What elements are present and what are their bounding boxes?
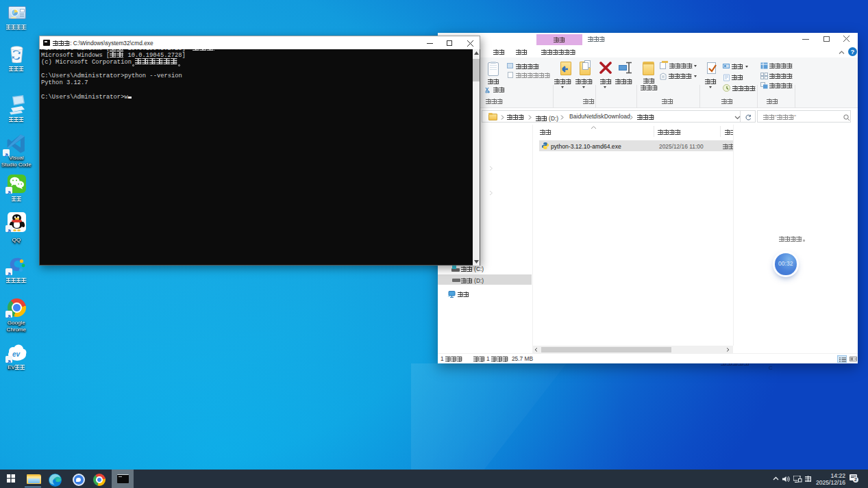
svg-text:ev: ev <box>12 350 21 358</box>
